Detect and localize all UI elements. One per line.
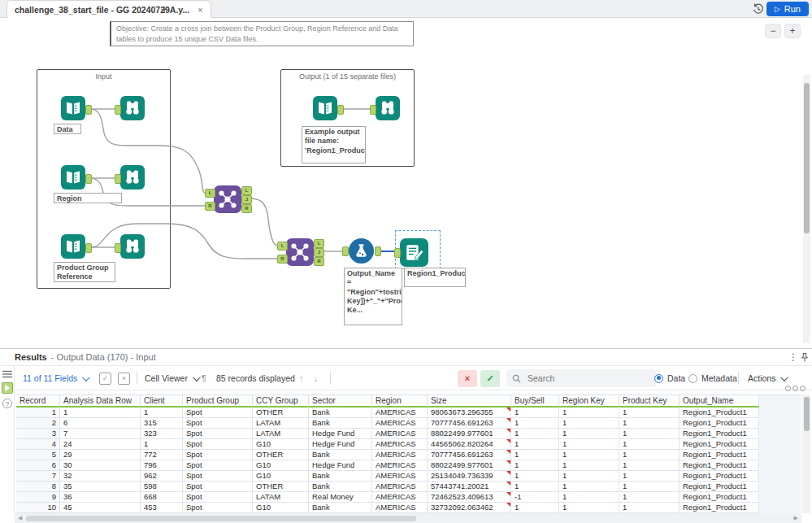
cell-ccy-group[interactable]: LATAM	[253, 429, 309, 439]
metadata-radio[interactable]: Metadata	[688, 366, 737, 390]
cell-buy-sell[interactable]: 1	[511, 439, 559, 450]
scroll-left-icon[interactable]: ◀	[18, 515, 22, 521]
cell-product-group[interactable]: Spot	[183, 503, 253, 513]
cell-analysis-data-row[interactable]: 6	[60, 418, 141, 429]
cell-buy-sell[interactable]: 1	[511, 482, 559, 492]
browse-tool-1[interactable]	[120, 96, 145, 120]
cell-output-name[interactable]: Region1_Product1	[680, 460, 759, 471]
tool-annotation-region[interactable]: Region Reference	[54, 193, 122, 203]
workflow-tab[interactable]: challenge_38_start_file - GG 20240729A.y…	[7, 0, 211, 18]
cell-analysis-data-row[interactable]: 1	[60, 408, 141, 418]
cell-region[interactable]: AMERICAS	[372, 439, 428, 450]
input-data-tool-example[interactable]	[313, 96, 337, 120]
join-right-input-anchor[interactable]: R	[205, 202, 215, 211]
table-row[interactable]: 37323SpotLATAMHedge FundAMERICAS88022499…	[16, 429, 801, 439]
table-row[interactable]: 630796SpotG10Hedge FundAMERICAS88022499.…	[16, 460, 801, 471]
input-tool-container[interactable]: Input	[37, 69, 171, 289]
select-all-fields-button[interactable]: ✓	[99, 366, 111, 390]
cell-region-key[interactable]: 1	[559, 471, 619, 482]
cell-sector[interactable]: Real Money	[309, 492, 372, 503]
cell-region[interactable]: AMERICAS	[372, 492, 428, 503]
cell-client[interactable]: 796	[141, 460, 183, 471]
output-anchor[interactable]	[85, 105, 92, 115]
cell-output-name[interactable]: Region1_Product1	[680, 471, 759, 482]
cell-record[interactable]: 5	[16, 450, 60, 460]
actions-dropdown[interactable]: Actions	[748, 366, 786, 390]
column-header-ccy-group[interactable]: CCY Group	[253, 395, 309, 408]
cell-analysis-data-row[interactable]: 30	[60, 460, 141, 471]
cell-analysis-data-row[interactable]: 32	[60, 471, 141, 482]
fields-dropdown[interactable]: 11 of 11 Fields	[23, 366, 88, 390]
close-tab-icon[interactable]: ×	[198, 5, 202, 15]
cell-region-key[interactable]: 1	[559, 408, 619, 418]
cell-size[interactable]: 88022499.977601	[428, 460, 511, 471]
table-row[interactable]: 529772SpotOTHERBankAMERICAS70777456.6912…	[16, 450, 801, 460]
search-input[interactable]	[526, 373, 635, 384]
cell-product-group[interactable]: Spot	[183, 482, 253, 492]
canvas-scrollbar-thumb[interactable]	[804, 83, 810, 233]
cell-record[interactable]: 8	[16, 482, 60, 492]
output-data-tool[interactable]	[400, 238, 428, 267]
join-tool-2[interactable]: L R L J R	[286, 238, 314, 266]
cell-ccy-group[interactable]: G10	[253, 460, 309, 471]
table-row[interactable]: 936668SpotLATAMReal MoneyAMERICAS7246252…	[16, 492, 801, 503]
cell-analysis-data-row[interactable]: 35	[60, 482, 141, 492]
cell-output-name[interactable]: Region1_Product1	[680, 450, 759, 460]
cell-client[interactable]: 1	[141, 408, 183, 418]
browse-tool-4[interactable]	[376, 96, 400, 120]
arrow-up-icon[interactable]: ↑	[299, 366, 303, 390]
data-radio[interactable]: Data	[654, 366, 685, 390]
search-box[interactable]	[506, 366, 656, 390]
cell-product-group[interactable]: Spot	[183, 429, 253, 439]
cell-product-group[interactable]: Spot	[183, 408, 253, 418]
tool-annotation-formula[interactable]: Output_Name = "Region"+tostring([Region …	[344, 268, 402, 325]
cell-sector[interactable]: Hedge Fund	[309, 460, 372, 471]
join-right-output-anchor[interactable]: R	[314, 257, 324, 266]
cell-client[interactable]: 453	[141, 503, 183, 513]
run-button[interactable]: ▷ Run	[766, 2, 809, 16]
input-data-tool-product[interactable]	[61, 234, 85, 259]
cell-client[interactable]: 315	[141, 418, 183, 429]
join-left-output-anchor[interactable]: L	[241, 186, 252, 195]
column-header-product-group[interactable]: Product Group	[183, 395, 253, 408]
cell-ccy-group[interactable]: LATAM	[253, 418, 309, 429]
cell-client[interactable]: 323	[141, 429, 183, 439]
table-scrollbar-thumb[interactable]	[804, 397, 810, 431]
column-header-product-key[interactable]: Product Key	[619, 395, 680, 408]
cell-size[interactable]: 32732092.063462	[428, 503, 511, 513]
cell-product-key[interactable]: 1	[619, 450, 680, 460]
cell-client[interactable]: 598	[141, 482, 183, 492]
column-header-sector[interactable]: Sector	[309, 395, 372, 408]
cell-viewer-dropdown[interactable]: Cell Viewer	[145, 366, 198, 390]
column-header-analysis-data-row[interactable]: Analysis Data Row	[60, 395, 141, 408]
cell-sector[interactable]: Bank	[309, 450, 372, 460]
cell-product-key[interactable]: 1	[619, 482, 680, 492]
cell-product-group[interactable]: Spot	[183, 418, 253, 429]
cell-sector[interactable]: Hedge Fund	[309, 429, 372, 439]
cell-product-key[interactable]: 1	[619, 418, 680, 429]
cell-size[interactable]: 70777456.691263	[428, 450, 511, 460]
cell-product-group[interactable]: Spot	[183, 492, 253, 503]
hscrollbar-thumb[interactable]	[26, 516, 416, 521]
cell-ccy-group[interactable]: OTHER	[253, 450, 309, 460]
pin-panel-icon[interactable]	[800, 352, 810, 363]
cell-client[interactable]: 962	[141, 471, 183, 482]
cell-product-key[interactable]: 1	[619, 471, 680, 482]
cell-product-group[interactable]: Spot	[183, 460, 253, 471]
list-view-icon[interactable]	[2, 370, 12, 378]
clear-filter-button[interactable]: ×	[458, 366, 477, 390]
cell-region-key[interactable]: 1	[559, 482, 619, 492]
cell-output-name[interactable]: Region1_Product1	[680, 429, 759, 439]
cell-record[interactable]: 1	[16, 408, 60, 418]
cell-region-key[interactable]: 1	[559, 492, 619, 503]
cell-region[interactable]: AMERICAS	[372, 471, 428, 482]
cell-region-key[interactable]: 1	[559, 460, 619, 471]
table-row[interactable]: 111SpotOTHERBankAMERICAS98063673.2963551…	[16, 408, 801, 418]
browse-tool-3[interactable]	[120, 234, 145, 259]
input-anchor[interactable]	[115, 105, 121, 115]
table-row[interactable]: 1045453SpotG10BankAMERICAS32732092.06346…	[16, 503, 801, 513]
output-anchor-selector-icon[interactable]	[2, 382, 13, 394]
cell-sector[interactable]: Bank	[309, 482, 372, 492]
cell-ccy-group[interactable]: G10	[253, 503, 309, 513]
cell-buy-sell[interactable]: 1	[511, 503, 559, 513]
